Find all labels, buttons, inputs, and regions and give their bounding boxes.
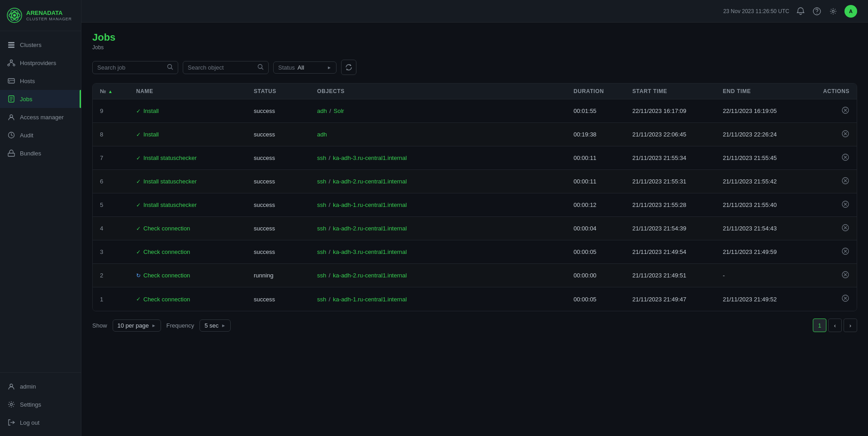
- cell-name[interactable]: ✓ Check connection: [136, 225, 254, 232]
- action-cancel-icon[interactable]: [841, 247, 849, 257]
- check-icon: ✓: [136, 296, 141, 302]
- prev-page-button[interactable]: ‹: [828, 319, 842, 332]
- job-name-link[interactable]: Check connection: [143, 296, 190, 303]
- sidebar-label-admin: admin: [20, 383, 36, 390]
- status-filter-label: Status: [278, 64, 295, 71]
- cell-num: 8: [100, 131, 136, 138]
- sidebar-item-hosts[interactable]: Hosts: [0, 72, 81, 90]
- object-suffix-link[interactable]: ka-adh-2.ru-central1.internal: [333, 272, 407, 279]
- object-prefix-link[interactable]: ssh: [317, 178, 326, 185]
- sidebar-item-access-manager[interactable]: Access manager: [0, 108, 81, 126]
- job-name-link[interactable]: Check connection: [143, 248, 190, 255]
- action-cancel-icon[interactable]: [841, 224, 849, 234]
- sidebar-item-admin[interactable]: admin: [0, 377, 81, 395]
- cell-name[interactable]: ✓ Install: [136, 108, 254, 114]
- object-suffix-link[interactable]: ka-adh-3.ru-central1.internal: [333, 155, 407, 161]
- refresh-button[interactable]: [341, 60, 356, 75]
- object-prefix-link[interactable]: ssh: [317, 248, 326, 255]
- sort-icon: ▲: [108, 89, 113, 94]
- gear-icon[interactable]: [828, 6, 838, 16]
- object-suffix-link[interactable]: ka-adh-1.ru-central1.internal: [333, 296, 407, 303]
- job-name-link[interactable]: Install: [143, 108, 159, 114]
- job-name-link[interactable]: Install statuschecker: [143, 178, 197, 185]
- object-suffix-link[interactable]: ka-adh-3.ru-central1.internal: [333, 248, 407, 255]
- sidebar-item-audit[interactable]: Audit: [0, 126, 81, 144]
- hosts-icon: [7, 77, 15, 85]
- sidebar-bottom: admin Settings Log out: [0, 372, 81, 436]
- sidebar-item-settings[interactable]: Settings: [0, 395, 81, 413]
- cell-duration: 00:01:55: [574, 108, 632, 114]
- job-name-link[interactable]: Install statuschecker: [143, 155, 197, 161]
- sidebar-item-jobs[interactable]: Jobs: [0, 90, 81, 108]
- status-badge: success: [254, 178, 317, 185]
- action-cancel-icon[interactable]: [841, 130, 849, 140]
- cell-name[interactable]: ✓ Install statuschecker: [136, 202, 254, 208]
- action-cancel-icon[interactable]: [841, 271, 849, 281]
- settings-icon: [7, 400, 15, 408]
- search-object-input[interactable]: [188, 64, 255, 71]
- object-prefix-link[interactable]: ssh: [317, 155, 326, 161]
- status-badge: success: [254, 131, 317, 138]
- status-filter[interactable]: Status All ►: [273, 61, 337, 74]
- sidebar-label-logout: Log out: [20, 419, 39, 426]
- col-name: Name: [136, 88, 254, 94]
- next-page-button[interactable]: ›: [844, 319, 857, 332]
- cell-num: 4: [100, 225, 136, 232]
- per-page-select[interactable]: 10 per page ►: [113, 319, 161, 332]
- notifications-icon[interactable]: [796, 6, 806, 16]
- table-row: 7 ✓ Install statuschecker success ssh / …: [93, 146, 857, 170]
- object-prefix-link[interactable]: ssh: [317, 296, 326, 303]
- svg-point-25: [10, 384, 13, 387]
- action-cancel-icon[interactable]: [841, 294, 849, 304]
- action-cancel-icon[interactable]: [841, 177, 849, 187]
- job-name-link[interactable]: Install: [143, 131, 159, 138]
- object-suffix-link[interactable]: ka-adh-1.ru-central1.internal: [333, 202, 407, 208]
- sidebar-item-clusters[interactable]: Clusters: [0, 36, 81, 54]
- logo-icon: [6, 7, 23, 23]
- table-body: 9 ✓ Install success adh / Solr 00:01:55 …: [93, 99, 857, 311]
- col-num[interactable]: № ▲: [100, 88, 136, 94]
- cell-actions: [813, 247, 849, 257]
- page-1-button[interactable]: 1: [813, 319, 826, 332]
- breadcrumb: Jobs: [92, 44, 857, 51]
- check-icon: ✓: [136, 155, 141, 161]
- job-name-link[interactable]: Install statuschecker: [143, 202, 197, 208]
- frequency-select[interactable]: 5 sec ►: [199, 319, 231, 332]
- cell-name[interactable]: ↻ Check connection: [136, 272, 254, 279]
- object-suffix-link[interactable]: ka-adh-2.ru-central1.internal: [333, 178, 407, 185]
- search-job-input[interactable]: [97, 64, 164, 71]
- avatar[interactable]: A: [844, 5, 857, 18]
- svg-point-10: [13, 64, 15, 66]
- svg-point-30: [832, 10, 835, 12]
- object-prefix-link[interactable]: adh: [317, 131, 327, 138]
- cell-name[interactable]: ✓ Check connection: [136, 296, 254, 303]
- job-name-link[interactable]: Check connection: [143, 272, 190, 279]
- object-prefix-link[interactable]: ssh: [317, 225, 326, 232]
- action-cancel-icon[interactable]: [841, 106, 849, 116]
- check-icon: ✓: [136, 202, 141, 208]
- action-cancel-icon[interactable]: [841, 153, 849, 163]
- object-suffix-link[interactable]: ka-adh-2.ru-central1.internal: [333, 225, 407, 232]
- access-manager-icon: [7, 113, 15, 121]
- cell-name[interactable]: ✓ Install statuschecker: [136, 178, 254, 185]
- object-prefix-link[interactable]: adh: [317, 108, 327, 114]
- sidebar-item-hostproviders[interactable]: Hostproviders: [0, 54, 81, 72]
- cell-start-time: 21/11/2023 21:55:31: [632, 178, 723, 185]
- search-job-box[interactable]: [92, 61, 178, 74]
- object-suffix-link[interactable]: Solr: [334, 108, 344, 114]
- toolbar: Status All ►: [92, 60, 857, 75]
- cell-name[interactable]: ✓ Install: [136, 131, 254, 138]
- object-prefix-link[interactable]: ssh: [317, 272, 326, 279]
- search-object-box[interactable]: [183, 61, 269, 74]
- cell-name[interactable]: ✓ Check connection: [136, 248, 254, 255]
- table-row: 8 ✓ Install success adh 00:19:38 21/11/2…: [93, 123, 857, 146]
- sidebar-item-bundles[interactable]: Bundles: [0, 144, 81, 162]
- object-prefix-link[interactable]: ssh: [317, 202, 326, 208]
- search-object-icon: [257, 64, 264, 71]
- action-cancel-icon[interactable]: [841, 200, 849, 210]
- cell-name[interactable]: ✓ Install statuschecker: [136, 155, 254, 161]
- cell-duration: 00:00:04: [574, 225, 632, 232]
- sidebar-item-logout[interactable]: Log out: [0, 413, 81, 431]
- help-icon[interactable]: [812, 6, 822, 16]
- job-name-link[interactable]: Check connection: [143, 225, 190, 232]
